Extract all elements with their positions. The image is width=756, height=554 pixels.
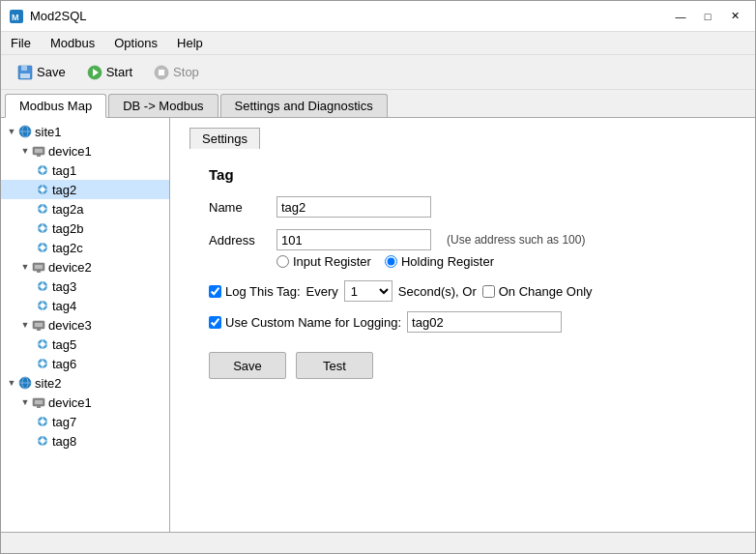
device-icon-device2	[32, 260, 45, 274]
holding-register-label[interactable]: Holding Register	[385, 254, 494, 269]
svg-rect-3	[21, 66, 27, 71]
tree-label-tag3: tag3	[52, 279, 76, 294]
tree-item-tag8[interactable]: tag8	[1, 431, 169, 451]
start-button[interactable]: Start	[78, 59, 141, 86]
address-label: Address	[209, 233, 276, 248]
tree-item-device3[interactable]: ▼ device3	[1, 315, 169, 335]
tree-item-tag2a[interactable]: tag2a	[1, 199, 169, 219]
address-input[interactable]	[276, 229, 431, 250]
tree-item-device2[interactable]: ▼ device2	[1, 257, 169, 277]
tree-item-tag4[interactable]: tag4	[1, 296, 169, 315]
expand-device1[interactable]: ▼	[18, 144, 32, 158]
log-tag-row: Log This Tag: Every 1 2 5 10 30 60 Secon…	[209, 280, 736, 302]
holding-register-radio[interactable]	[385, 255, 397, 268]
svg-rect-8	[159, 70, 164, 75]
status-bar	[1, 532, 755, 553]
minimize-button[interactable]: —	[668, 6, 693, 27]
name-input[interactable]	[276, 196, 431, 218]
tree-label-tag4: tag4	[52, 299, 76, 313]
input-register-radio[interactable]	[276, 255, 289, 268]
expand-site2-device1[interactable]: ▼	[18, 395, 32, 409]
tree-item-tag2[interactable]: tag2	[1, 180, 169, 199]
svg-rect-48	[37, 329, 41, 331]
stop-label: Stop	[173, 65, 199, 79]
custom-name-checkbox-label[interactable]: Use Custom Name for Logging:	[209, 315, 401, 330]
globe-icon-site2	[18, 376, 32, 390]
tree-label-device3: device3	[48, 318, 92, 333]
svg-rect-4	[20, 73, 30, 78]
settings-tab-label: Settings	[189, 128, 260, 149]
tree-item-tag1[interactable]: tag1	[1, 160, 169, 180]
tree-item-site1[interactable]: ▼ site1	[1, 122, 169, 141]
expand-device2[interactable]: ▼	[18, 260, 32, 274]
expand-device3[interactable]: ▼	[18, 318, 32, 332]
on-change-only-checkbox[interactable]	[482, 285, 495, 298]
custom-name-checkbox[interactable]	[209, 316, 221, 329]
tree-label-tag2a: tag2a	[52, 202, 84, 217]
globe-icon-site1	[18, 125, 32, 138]
expand-site2[interactable]: ▼	[5, 376, 18, 390]
tree-item-tag2c[interactable]: tag2c	[1, 238, 169, 257]
tree-item-tag6[interactable]: tag6	[1, 354, 169, 373]
svg-rect-37	[37, 271, 41, 273]
btn-row: Save Test	[209, 352, 736, 379]
settings-panel: Settings Tag Name Address (Use address s…	[170, 118, 755, 532]
close-button[interactable]: ✕	[722, 6, 747, 27]
tree-label-tag6: tag6	[52, 357, 76, 371]
window-controls: — □ ✕	[668, 6, 747, 27]
svg-rect-61	[35, 400, 43, 404]
tabs-bar: Modbus Map DB -> Modbus Settings and Dia…	[1, 90, 755, 118]
device-icon-device3	[32, 318, 45, 332]
tab-settings-diagnostics[interactable]: Settings and Diagnostics	[220, 94, 388, 117]
svg-rect-13	[35, 149, 43, 153]
main-content: ▼ site1 ▼ device1	[1, 118, 755, 532]
log-tag-checkbox[interactable]	[209, 285, 221, 298]
maximize-button[interactable]: □	[695, 6, 720, 27]
tag-icon-tag2a	[36, 202, 49, 216]
tree-label-tag5: tag5	[52, 337, 76, 352]
title-bar-left: M Mod2SQL	[9, 9, 87, 24]
tab-modbus-map[interactable]: Modbus Map	[5, 94, 106, 118]
tree-item-site2[interactable]: ▼ site2	[1, 373, 169, 393]
tree-label-device1: device1	[48, 144, 92, 159]
on-change-only-label[interactable]: On Change Only	[482, 284, 593, 299]
settings-test-button[interactable]: Test	[296, 352, 373, 379]
tree-item-site2-device1[interactable]: ▼ device1	[1, 393, 169, 412]
tag-icon-tag2b	[36, 221, 49, 235]
input-register-label[interactable]: Input Register	[276, 254, 371, 269]
tag-icon-tag7	[36, 415, 49, 428]
settings-save-button[interactable]: Save	[209, 352, 286, 379]
custom-name-input[interactable]	[407, 311, 562, 333]
device-icon-device1	[32, 144, 45, 158]
save-label: Save	[37, 65, 66, 79]
tree-item-tag7[interactable]: tag7	[1, 412, 169, 431]
start-label: Start	[106, 65, 132, 79]
tree-item-tag5[interactable]: tag5	[1, 335, 169, 354]
tag-icon-tag4	[36, 299, 49, 312]
every-select[interactable]: 1 2 5 10 30 60	[344, 280, 393, 302]
log-tag-checkbox-label[interactable]: Log This Tag:	[209, 284, 301, 299]
tree-item-tag2b[interactable]: tag2b	[1, 219, 169, 238]
name-row: Name	[209, 196, 736, 218]
address-hint: (Use address such as 100)	[447, 233, 585, 247]
save-button[interactable]: Save	[9, 59, 74, 86]
menu-options[interactable]: Options	[104, 32, 167, 54]
expand-site1[interactable]: ▼	[5, 125, 18, 138]
tree-item-device1[interactable]: ▼ device1	[1, 141, 169, 160]
tag-icon-tag8	[36, 434, 49, 448]
tree-panel: ▼ site1 ▼ device1	[1, 118, 170, 532]
tag-icon-tag6	[36, 357, 49, 370]
save-icon	[17, 65, 33, 80]
start-icon	[87, 65, 102, 80]
stop-button[interactable]: Stop	[145, 59, 208, 86]
tag-icon-tag2c	[36, 241, 49, 254]
tab-db-modbus[interactable]: DB -> Modbus	[108, 94, 218, 117]
every-label: Every	[306, 284, 338, 299]
tag-section-header: Tag	[209, 166, 736, 183]
menu-file[interactable]: File	[1, 32, 41, 54]
tree-item-tag3[interactable]: tag3	[1, 277, 169, 296]
app-icon: M	[9, 9, 24, 24]
menu-help[interactable]: Help	[167, 32, 213, 54]
menu-modbus[interactable]: Modbus	[41, 32, 104, 54]
tree-label-tag2b: tag2b	[52, 221, 84, 236]
